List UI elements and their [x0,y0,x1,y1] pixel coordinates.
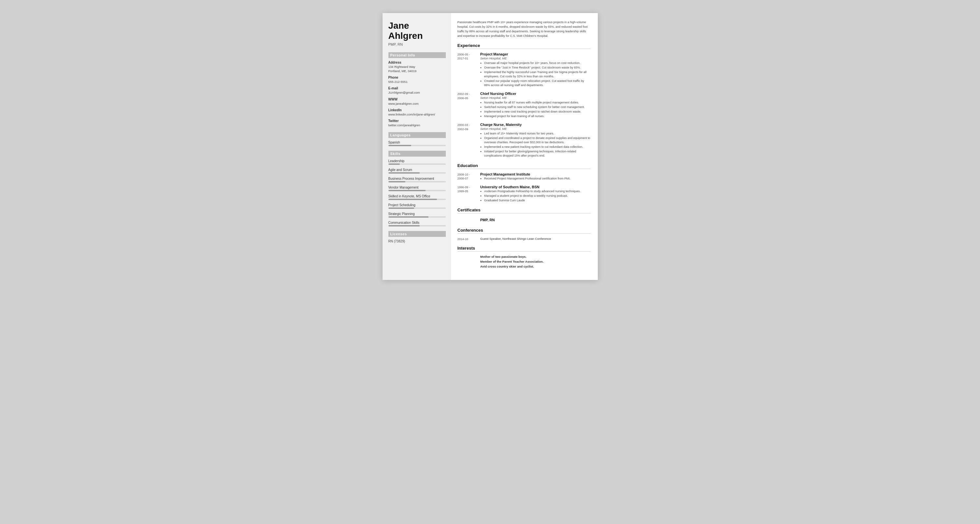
skill-bar-bg [388,190,446,191]
address-line1: 134 Rightward Way [388,65,446,69]
skill-name: Project Scheduling [388,203,446,207]
skill-item: Leadership [388,159,446,165]
skill-bar-bg [388,172,446,174]
skill-item: Project Scheduling [388,203,446,209]
phone-section: Phone 555-212-5551 [388,76,446,84]
skill-bar-fill [388,172,420,174]
skill-item: Vendor Management [388,186,446,191]
education-section: Education 2008-10 -2008-07 Project Manag… [458,163,590,203]
conferences-section: Conferences 2014-10 Guest Speaker, North… [458,228,590,241]
phone-value: 555-212-5551 [388,80,446,84]
entry-date: 1996-09 -1999-05 [458,185,480,203]
entry-content: Chief Nursing Officer Seton Hospital, ME… [480,92,590,119]
conference-entry: 2014-10 Guest Speaker, Northeast Shingo … [458,237,590,241]
bullet-list: Led team of 15+ Maternity Ward nurses fo… [480,132,590,158]
interest-item: Avid cross country skier and cyclist. [458,264,590,268]
language-name: Spanish [388,141,446,144]
skill-bar-fill [388,199,438,200]
conf-value: Guest Speaker, Northeast Shingo Lean Con… [480,237,551,241]
licenses-header: Licenses [388,231,446,237]
experience-header: Experience [458,43,590,49]
skill-bar-bg [388,181,446,182]
license-item: RN (73829) [388,239,446,243]
skill-bar-bg [388,164,446,165]
entry-content: Project Manager Seton Hospital, ME Overs… [480,52,590,88]
interest-text: Avid cross country skier and cyclist. [480,264,534,268]
licenses-list: RN (73829) [388,239,446,243]
address-line2: Portland, ME, 04019 [388,69,446,73]
certificates-header: Certificates [458,207,590,213]
bullet: Created our popular supply room relocati… [484,79,590,88]
cert-value: PMP, RN [480,218,495,222]
skill-item: Communication Skills [388,221,446,226]
sidebar: Jane Ahlgren PMP, RN Personal Info Addre… [383,13,451,280]
linkedin-section: LinkedIn www.linkedin.com/in/jane-ahlgre… [388,108,446,116]
bullet: Led team of 15+ Maternity Ward nurses fo… [484,132,590,136]
bullet: Implemented the highly successful Lean T… [484,70,590,79]
skill-bar-fill [388,164,400,165]
resume-container: Jane Ahlgren PMP, RN Personal Info Addre… [383,13,598,280]
skill-name: Business Process Improvement [388,177,446,180]
entry-org: Seton Hospital, ME [480,56,590,60]
experience-list: 2006-05 -2017-01 Project Manager Seton H… [458,52,590,159]
conferences-header: Conferences [458,228,590,234]
language-bar-fill [388,145,411,146]
skill-bar-fill [388,207,414,209]
entry-org: Seton Hospital, ME [480,127,590,131]
certificate-entry: PMP, RN [458,217,590,223]
email-label: E-mail [388,86,446,90]
phone-label: Phone [388,76,446,79]
interest-text: Mother of two passionate boys. [480,255,527,258]
education-entry: 2008-10 -2008-07 Project Management Inst… [458,172,590,181]
interests-list: Mother of two passionate boys. Member of… [458,255,590,268]
skills-header: Skills [388,151,446,157]
skill-bar-fill [388,216,428,218]
entry-title: Project Manager [480,52,590,56]
twitter-section: Twitter twitter.com/janeahlgren [388,119,446,127]
entry-title: Project Management Institute [480,172,590,176]
skill-bar-fill [388,190,426,191]
www-label: WWW [388,97,446,101]
entry-content: University of Southern Maine, BSN Anders… [480,185,590,203]
entry-content: Project Management Institute Received Pr… [480,172,590,181]
skill-bar-bg [388,216,446,218]
skill-name: Strategic Planning [388,212,446,216]
education-list: 2008-10 -2008-07 Project Management Inst… [458,172,590,203]
experience-entry: 2006-05 -2017-01 Project Manager Seton H… [458,52,590,88]
entry-date: 2002-09 -2006-05 [458,92,480,119]
entry-content: Charge Nurse, Maternity Seton Hospital, … [480,123,590,158]
bullet: Organized and coordinated a project to d… [484,136,590,145]
twitter-value: twitter.com/janeahlgren [388,123,446,127]
skill-bar-fill [388,181,406,182]
address-section: Address 134 Rightward Way Portland, ME, … [388,61,446,73]
www-value: www.janeahlgren.com [388,102,446,106]
entry-date: 2006-05 -2017-01 [458,52,480,88]
skill-bar-bg [388,199,446,200]
bullet: Managed project for lean training of all… [484,114,590,118]
language-bar-bg [388,145,446,146]
interest-text: Member of the Parent Teacher Association… [480,260,544,263]
email-section: E-mail JUAhlgren@gmail.com [388,86,446,95]
skill-name: Leadership [388,159,446,163]
candidate-title: PMP, RN [388,42,446,46]
bullet: Oversaw all major hospital projects for … [484,61,590,65]
languages-list: Spanish [388,141,446,146]
bullet: Graduated Summa Cum Laude [484,198,590,202]
skill-bar-bg [388,207,446,209]
bullet: Switched nursing staff to new scheduling… [484,105,590,109]
bullet-list: Nursing leader for all 87 nurses with mu… [480,100,590,118]
education-entry: 1996-09 -1999-05 University of Southern … [458,185,590,203]
skill-bar-bg [388,225,446,226]
skill-item: Agile and Scrum [388,168,446,174]
bullet: Oversaw the "Just in Time Restock" proje… [484,65,590,70]
personal-info-header: Personal Info [388,52,446,58]
certificates-section: Certificates PMP, RN [458,207,590,223]
interests-header: Interests [458,246,590,252]
linkedin-value: www.linkedin.com/in/jane-ahlgren/ [388,112,446,116]
bullet: Implemented a new cost tracking project … [484,110,590,114]
bullet-list: Oversaw all major hospital projects for … [480,61,590,88]
summary-text: Passionate healthcare PMP with 10+ years… [458,20,590,38]
language-item: Spanish [388,141,446,146]
entry-date: 2000-03 -2002-09 [458,123,480,158]
education-header: Education [458,163,590,169]
